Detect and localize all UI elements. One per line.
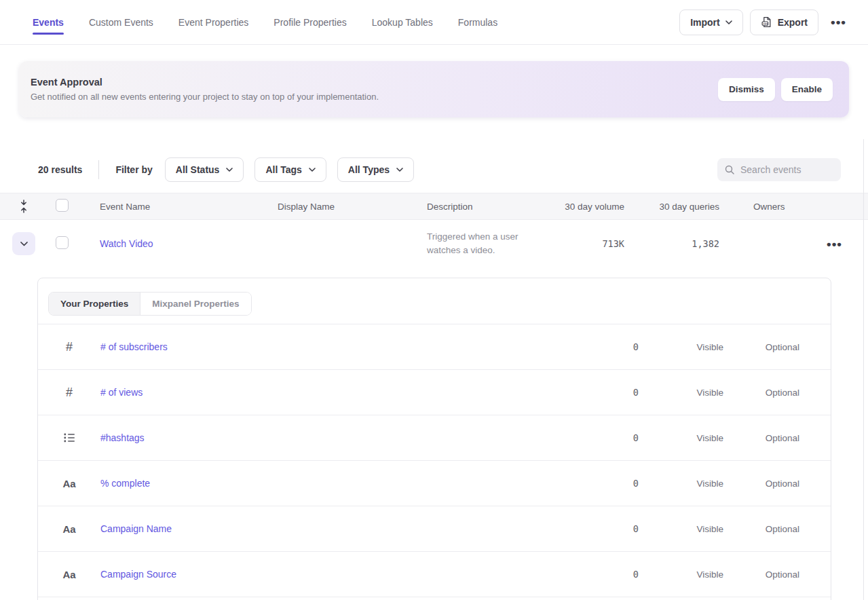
types-filter-dropdown[interactable]: All Types <box>337 157 414 182</box>
status-filter-dropdown[interactable]: All Status <box>165 157 244 182</box>
select-all-checkbox[interactable] <box>56 199 69 212</box>
svg-text:csv: csv <box>763 22 768 25</box>
property-name-link[interactable]: #hashtags <box>100 432 145 443</box>
column-event-name: Event Name <box>100 202 278 212</box>
property-name-link[interactable]: % complete <box>100 478 150 489</box>
nav-actions: Import csv Export ••• <box>679 10 852 35</box>
event-approval-banner: Event Approval Get notified on all new e… <box>19 61 849 117</box>
collapse-row-button[interactable] <box>12 232 35 255</box>
property-row: Aa Campaign Name 0 Visible Optional <box>38 506 831 552</box>
tags-filter-dropdown[interactable]: All Tags <box>254 157 326 182</box>
top-navigation: Events Custom Events Event Properties Pr… <box>0 0 868 45</box>
banner-actions: Dismiss Enable <box>718 78 833 101</box>
chevron-down-icon <box>226 168 233 172</box>
property-count: 0 <box>501 387 639 398</box>
banner-title: Event Approval <box>31 77 379 88</box>
tab-your-properties[interactable]: Your Properties <box>49 293 140 315</box>
event-30-day-queries: 1,382 <box>624 238 719 249</box>
text-type-icon: Aa <box>38 478 100 489</box>
property-requirement: Optional <box>723 524 799 534</box>
export-button[interactable]: csv Export <box>750 10 818 35</box>
events-management-page: Events Custom Events Event Properties Pr… <box>0 0 868 600</box>
property-requirement: Optional <box>723 479 799 489</box>
property-visibility: Visible <box>639 524 723 534</box>
property-count: 0 <box>501 523 639 534</box>
status-filter-label: All Status <box>176 164 220 175</box>
export-button-label: Export <box>778 17 808 28</box>
collapse-all-icon[interactable] <box>0 200 48 213</box>
property-name-link[interactable]: # of views <box>100 387 143 398</box>
types-filter-label: All Types <box>348 164 390 175</box>
ellipsis-icon: ••• <box>827 237 842 251</box>
tags-filter-label: All Tags <box>265 164 301 175</box>
chevron-down-icon <box>725 20 732 24</box>
text-type-icon: Aa <box>38 523 100 535</box>
properties-panel: Your Properties Mixpanel Properties # # … <box>37 278 831 600</box>
property-count: 0 <box>501 478 639 489</box>
results-count: 20 results <box>38 164 82 175</box>
tab-event-properties[interactable]: Event Properties <box>178 0 249 44</box>
properties-tab-group: Your Properties Mixpanel Properties <box>48 292 252 316</box>
number-type-icon: # <box>38 340 100 354</box>
property-visibility: Visible <box>639 342 723 352</box>
tab-mixpanel-properties[interactable]: Mixpanel Properties <box>140 293 250 315</box>
property-visibility: Visible <box>639 388 723 398</box>
property-row: #hashtags 0 Visible Optional <box>38 415 831 461</box>
properties-panel-header: Your Properties Mixpanel Properties <box>38 278 831 324</box>
property-requirement: Optional <box>723 342 799 352</box>
property-name-link[interactable]: # of subscribers <box>100 341 168 352</box>
row-more-menu-button[interactable]: ••• <box>821 235 848 253</box>
property-count: 0 <box>501 341 639 352</box>
property-row: Aa % complete 0 Visible Optional <box>38 461 831 506</box>
chevron-down-icon <box>20 242 28 246</box>
divider <box>98 160 99 179</box>
property-count: 0 <box>501 432 639 443</box>
event-30-day-volume: 713K <box>556 238 624 249</box>
more-menu-button[interactable]: ••• <box>825 13 852 31</box>
column-30-day-queries: 30 day queries <box>624 202 719 212</box>
column-30-day-volume: 30 day volume <box>556 202 624 212</box>
property-visibility: Visible <box>639 479 723 489</box>
banner-subtitle: Get notified on all new events entering … <box>31 92 379 102</box>
property-row: # # of subscribers 0 Visible Optional <box>38 324 831 370</box>
enable-button[interactable]: Enable <box>781 78 833 101</box>
property-name-link[interactable]: Campaign Name <box>100 523 172 534</box>
tab-lookup-tables[interactable]: Lookup Tables <box>372 0 433 44</box>
filter-by-label: Filter by <box>115 164 152 175</box>
chevron-down-icon <box>309 168 316 172</box>
property-count: 0 <box>501 569 639 580</box>
column-description: Description <box>427 202 556 212</box>
property-visibility: Visible <box>639 569 723 580</box>
row-checkbox[interactable] <box>56 236 69 249</box>
events-table-header: Event Name Display Name Description 30 d… <box>0 193 868 220</box>
chevron-down-icon <box>396 168 403 172</box>
csv-file-icon: csv <box>761 16 772 28</box>
property-requirement: Optional <box>723 388 799 398</box>
filter-bar: 20 results Filter by All Status All Tags… <box>38 157 854 182</box>
event-name-link[interactable]: Watch Video <box>100 238 153 249</box>
tab-custom-events[interactable]: Custom Events <box>89 0 153 44</box>
import-button-label: Import <box>690 17 720 28</box>
tab-events[interactable]: Events <box>33 0 64 44</box>
property-name-link[interactable]: Campaign Source <box>100 569 176 580</box>
nav-tabs: Events Custom Events Event Properties Pr… <box>33 0 497 44</box>
property-row: # # of views 0 Visible Optional <box>38 370 831 415</box>
list-type-icon <box>38 433 100 443</box>
ellipsis-icon: ••• <box>831 15 846 29</box>
column-display-name: Display Name <box>278 202 427 212</box>
search-input[interactable] <box>740 164 834 175</box>
property-visibility: Visible <box>639 433 723 443</box>
tab-profile-properties[interactable]: Profile Properties <box>273 0 346 44</box>
event-description: Triggered when a user watches a video. <box>427 230 556 257</box>
tab-formulas[interactable]: Formulas <box>458 0 497 44</box>
property-requirement: Optional <box>723 569 799 580</box>
property-row: Aa Campaign Source 0 Visible Optional <box>38 552 831 597</box>
column-owners: Owners <box>719 202 801 212</box>
import-button[interactable]: Import <box>679 10 743 35</box>
search-icon <box>724 164 735 175</box>
number-type-icon: # <box>38 386 100 400</box>
event-row-watch-video: Watch Video Triggered when a user watche… <box>0 220 868 267</box>
dismiss-button[interactable]: Dismiss <box>718 78 775 101</box>
text-type-icon: Aa <box>38 569 100 580</box>
banner-text: Event Approval Get notified on all new e… <box>31 77 379 102</box>
